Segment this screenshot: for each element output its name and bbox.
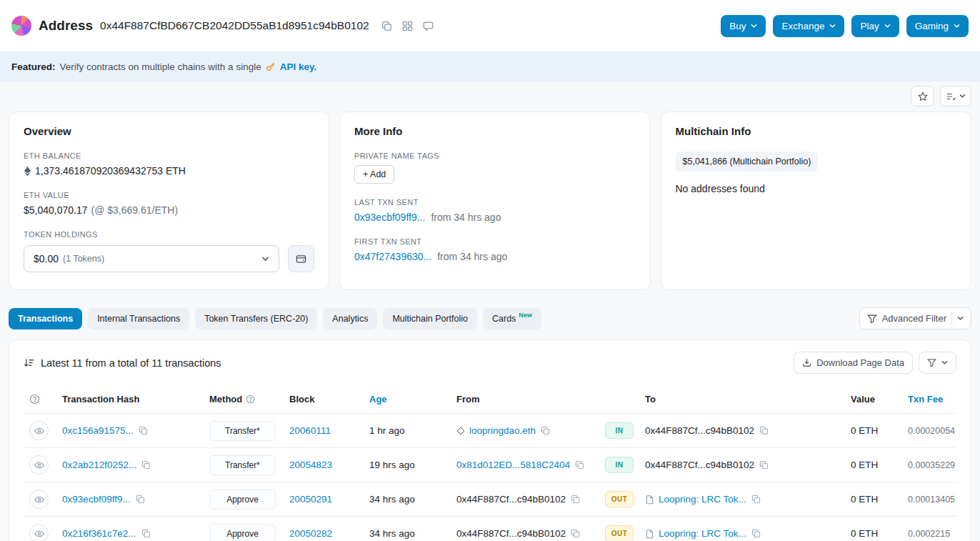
col-direction bbox=[599, 385, 639, 414]
from-address[interactable]: 0x44F887Cf...c94bB0102 bbox=[456, 494, 566, 505]
nav-button-buy[interactable]: Buy bbox=[721, 15, 766, 37]
wallet-button[interactable] bbox=[288, 245, 314, 272]
method-badge[interactable]: Transfer* bbox=[209, 421, 276, 441]
sort-icon bbox=[24, 357, 34, 368]
transactions-table: Transaction Hash Method Block Age From T… bbox=[24, 385, 956, 541]
view-details-button[interactable] bbox=[29, 455, 49, 475]
col-txn-fee[interactable]: Txn Fee bbox=[902, 385, 956, 414]
tab-multichain-portfolio[interactable]: Multichain Portfolio bbox=[383, 308, 477, 329]
eye-icon bbox=[34, 460, 44, 470]
copy-icon[interactable] bbox=[141, 460, 151, 470]
qr-code-button[interactable] bbox=[400, 19, 415, 34]
nav-button-exchange[interactable]: Exchange bbox=[773, 15, 844, 37]
filter-sparkle-icon bbox=[867, 314, 877, 324]
nav-button-label: Exchange bbox=[781, 21, 824, 31]
last-txn-hash-link[interactable]: 0x93ecbf09ff9... bbox=[354, 212, 425, 223]
copy-icon[interactable] bbox=[751, 528, 761, 539]
featured-label: Featured: bbox=[11, 61, 56, 72]
view-details-button[interactable] bbox=[29, 524, 49, 541]
tx-hash-link[interactable]: 0x216f361c7e2... bbox=[62, 528, 136, 539]
tab-analytics[interactable]: Analytics bbox=[323, 308, 377, 329]
tab-transactions[interactable]: Transactions bbox=[9, 308, 82, 329]
eth-value-label: ETH VALUE bbox=[24, 191, 314, 199]
chevron-down-icon bbox=[941, 359, 948, 366]
copy-icon[interactable] bbox=[540, 425, 551, 436]
nav-button-gaming[interactable]: Gaming bbox=[906, 15, 969, 37]
tab-internal-transactions[interactable]: Internal Transactions bbox=[88, 308, 189, 329]
direction-badge: IN bbox=[605, 422, 634, 439]
tx-hash-link[interactable]: 0x93ecbf09ff9... bbox=[62, 494, 131, 505]
multichain-portfolio-badge[interactable]: $5,041,866 (Multichain Portfolio) bbox=[676, 152, 819, 172]
copy-icon[interactable] bbox=[141, 528, 151, 539]
method-badge[interactable]: Approve bbox=[209, 490, 276, 510]
to-address[interactable]: 0x44F887Cf...c94bB0102 bbox=[645, 425, 754, 436]
eth-balance-label: ETH BALANCE bbox=[24, 152, 314, 160]
tab-cards[interactable]: CardsNew bbox=[483, 308, 541, 329]
copy-icon[interactable] bbox=[751, 494, 761, 505]
method-help-icon[interactable] bbox=[246, 394, 255, 404]
copy-icon[interactable] bbox=[759, 425, 769, 436]
comment-button[interactable] bbox=[421, 19, 436, 34]
copy-address-button[interactable] bbox=[379, 19, 394, 34]
contract-icon bbox=[645, 495, 654, 505]
copy-icon[interactable] bbox=[570, 528, 581, 539]
eth-balance-text: 1,373.461870920369432753 ETH bbox=[35, 165, 186, 177]
api-key-link[interactable]: API key. bbox=[280, 61, 317, 72]
copy-icon[interactable] bbox=[135, 494, 146, 505]
grid-icon bbox=[402, 21, 413, 31]
to-address[interactable]: 0x44F887Cf...c94bB0102 bbox=[645, 460, 754, 470]
view-details-button[interactable] bbox=[29, 421, 49, 440]
block-link[interactable]: 20060111 bbox=[289, 425, 331, 436]
first-txn-label: FIRST TXN SENT bbox=[354, 237, 636, 246]
tx-hash-link[interactable]: 0xc156a91575... bbox=[62, 425, 134, 436]
table-row: 0xc156a91575... Transfer* 20060111 1 hr … bbox=[24, 414, 956, 448]
tx-hash-link[interactable]: 0x2ab212f0252... bbox=[62, 460, 136, 470]
from-address[interactable]: loopringdao.eth bbox=[469, 425, 536, 436]
header-nav: BuyExchangePlayGaming bbox=[721, 15, 969, 37]
ens-icon bbox=[456, 427, 465, 435]
first-txn-hash-link[interactable]: 0x47f27439630... bbox=[354, 251, 431, 262]
last-txn-label: LAST TXN SENT bbox=[354, 198, 636, 207]
multichain-card: Multichain Info $5,041,866 (Multichain P… bbox=[661, 111, 972, 290]
tab-label: Analytics bbox=[332, 314, 368, 324]
copy-icon[interactable] bbox=[759, 460, 769, 470]
block-link[interactable]: 20054823 bbox=[289, 460, 332, 470]
from-address[interactable]: 0x44F887Cf...c94bB0102 bbox=[456, 528, 566, 539]
help-icon[interactable] bbox=[29, 394, 51, 404]
txn-fee-text: 0.00013405 bbox=[908, 495, 955, 505]
tab-label: Transactions bbox=[18, 314, 73, 324]
from-address[interactable]: 0x81d012ED...5818C2404 bbox=[456, 460, 570, 470]
nav-button-play[interactable]: Play bbox=[851, 15, 899, 37]
key-icon bbox=[266, 61, 276, 71]
copy-icon[interactable] bbox=[138, 425, 149, 436]
list-options-button[interactable] bbox=[940, 86, 971, 106]
first-txn-time: from 34 hrs ago bbox=[437, 251, 507, 262]
block-link[interactable]: 20050291 bbox=[289, 494, 332, 505]
method-badge[interactable]: Approve bbox=[209, 524, 276, 541]
token-count-text: (1 Tokens) bbox=[63, 254, 104, 264]
page-title: Address bbox=[39, 18, 93, 34]
method-badge[interactable]: Transfer* bbox=[209, 455, 276, 475]
nav-button-label: Buy bbox=[729, 21, 746, 31]
download-page-data-button[interactable]: Download Page Data bbox=[794, 352, 913, 374]
eye-icon bbox=[34, 495, 44, 505]
copy-icon[interactable] bbox=[574, 460, 585, 470]
col-transaction-hash: Transaction Hash bbox=[56, 385, 204, 414]
token-holdings-dropdown[interactable]: $0.00 (1 Tokens) bbox=[24, 245, 279, 272]
to-address[interactable]: Loopring: LRC Tok... bbox=[659, 528, 746, 539]
tabs-row: TransactionsInternal TransactionsToken T… bbox=[0, 290, 980, 329]
favorite-button[interactable] bbox=[911, 86, 934, 106]
to-address[interactable]: Loopring: LRC Tok... bbox=[659, 494, 746, 505]
tab-token-transfers-erc-20[interactable]: Token Transfers (ERC-20) bbox=[195, 308, 317, 329]
copy-icon[interactable] bbox=[570, 494, 581, 505]
chevron-down-icon bbox=[751, 23, 757, 29]
col-age[interactable]: Age bbox=[364, 385, 451, 414]
table-filter-button[interactable] bbox=[919, 352, 956, 374]
age-text: 34 hrs ago bbox=[369, 494, 415, 505]
eth-value: $5,040,070.17 (@ $3,669.61/ETH) bbox=[24, 204, 314, 216]
block-link[interactable]: 20050282 bbox=[289, 528, 332, 539]
view-details-button[interactable] bbox=[29, 490, 49, 509]
chevron-down-icon bbox=[954, 23, 960, 29]
add-name-tag-button[interactable]: + Add bbox=[354, 165, 394, 184]
advanced-filter-button[interactable]: Advanced Filter bbox=[859, 307, 971, 329]
